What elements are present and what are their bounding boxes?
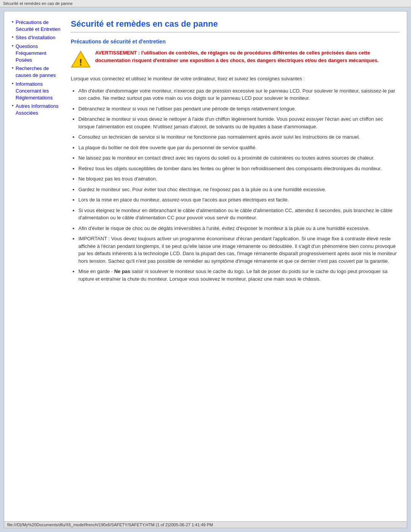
sidebar-item: Précautions de Sécurité et Entretien: [12, 19, 61, 33]
sidebar: Précautions de Sécurité et EntretienSite…: [12, 19, 67, 514]
section-divider: [71, 32, 399, 32]
status-bar-text: file:///D|/My%20Documents/dfu/X6_model/f…: [7, 522, 213, 527]
sidebar-item: Autres Informations Associées: [12, 103, 61, 117]
list-item: Débranchez le moniteur si vous ne l'util…: [78, 105, 399, 113]
list-item: Débranchez le moniteur si vous devez le …: [78, 115, 399, 130]
status-bar: file:///D|/My%20Documents/dfu/X6_model/f…: [4, 521, 407, 528]
sidebar-link[interactable]: Questions Fréquemment Posées: [16, 43, 46, 63]
sidebar-link[interactable]: Précautions de Sécurité et Entretien: [16, 19, 61, 32]
sidebar-nav: Précautions de Sécurité et EntretienSite…: [12, 19, 61, 117]
sidebar-link[interactable]: Sites d'Installation: [16, 35, 55, 40]
list-item: Gardez le moniteur sec. Pour éviter tout…: [78, 186, 399, 193]
list-item: Ne laissez pas le moniteur en contact di…: [78, 154, 399, 162]
warning-icon: !: [71, 49, 91, 69]
sidebar-link[interactable]: Recherches de causes de pannes: [16, 66, 56, 78]
warning-text: AVERTISSEMENT : l'utilisation de contrôl…: [95, 49, 399, 64]
list-item: Lors de la mise en place du moniteur, as…: [78, 196, 399, 204]
page-title: Sécurité et remèdes en cas de panne: [71, 19, 399, 29]
sidebar-link[interactable]: Informations Concernant les Réglementati…: [16, 81, 53, 101]
sidebar-link[interactable]: Autres Informations Associées: [16, 103, 59, 116]
sidebar-item: Sites d'Installation: [12, 34, 61, 41]
sidebar-item: Recherches de causes de pannes: [12, 65, 61, 79]
list-item: Afin d'éviter le risque de choc ou de dé…: [78, 225, 399, 232]
page-frame: Précautions de Sécurité et EntretienSite…: [4, 11, 407, 528]
title-bar: Sécurité et remèdes en cas de panne: [0, 0, 411, 7]
list-item: Afin d'éviter d'endommager votre moniteu…: [78, 87, 399, 102]
browser-content: Précautions de Sécurité et EntretienSite…: [0, 7, 411, 532]
list-item: La plaque du boîtier ne doit être ouvert…: [78, 144, 399, 152]
warning-box: ! AVERTISSEMENT : l'utilisation de contr…: [71, 49, 399, 69]
bullet-list: Afin d'éviter d'endommager votre moniteu…: [71, 87, 399, 283]
section-title: Précautions de sécurité et d'entretien: [71, 38, 399, 45]
svg-text:!: !: [79, 57, 82, 67]
list-item: Si vous éteignez le moniteur en débranch…: [78, 207, 399, 222]
sidebar-item: Informations Concernant les Réglementati…: [12, 81, 61, 102]
list-item: IMPORTANT : Vous devez toujours activer …: [78, 235, 399, 265]
page-inner: Précautions de Sécurité et EntretienSite…: [4, 11, 407, 521]
list-item: Mise en garde - Ne pas saisir ni souleve…: [78, 268, 399, 283]
sidebar-item: Questions Fréquemment Posées: [12, 43, 61, 64]
list-item: Ne bloquez pas les trous d'aération.: [78, 175, 399, 183]
list-item: Consultez un technicien de service si le…: [78, 133, 399, 141]
intro-text: Lorsque vous connectez et utilisez le mo…: [71, 75, 399, 83]
main-content: Sécurité et remèdes en cas de panne Préc…: [67, 19, 399, 514]
title-bar-text: Sécurité et remèdes en cas de panne: [3, 1, 73, 6]
list-item: Retirez tous les objets susceptibles de …: [78, 165, 399, 173]
